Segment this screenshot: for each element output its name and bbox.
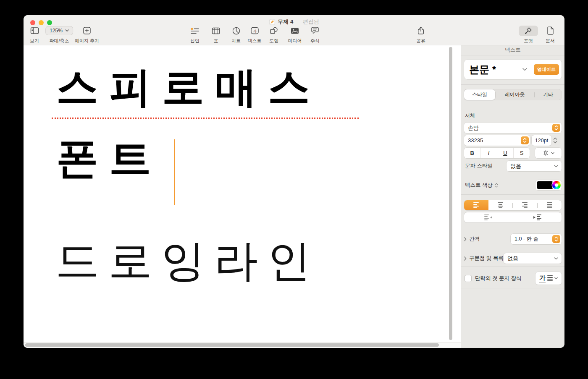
toolbar-chart-button[interactable]: 차트: [231, 26, 241, 44]
vertical-scrollbar[interactable]: [449, 47, 452, 340]
chevron-down-icon: [522, 68, 527, 71]
close-window-button[interactable]: [30, 20, 35, 25]
document-canvas[interactable]: 스피로매스 폰트 드로잉라인: [24, 45, 461, 348]
paintbrush-icon: [524, 26, 533, 35]
toolbar-media-button[interactable]: 미디어: [288, 26, 302, 44]
toolbar-text-button[interactable]: 가 텍스트: [248, 26, 262, 44]
screen-background: { "colors": { "accent_orange": "#ef9f31"…: [0, 0, 588, 379]
toolbar-media-label: 미디어: [288, 38, 302, 44]
italic-button[interactable]: I: [480, 148, 496, 158]
spellcheck-underline: [52, 118, 359, 119]
divider: [461, 84, 564, 85]
spacing-label: 간격: [469, 235, 480, 243]
stepper-up-down-icon[interactable]: [552, 235, 560, 243]
increase-indent-button[interactable]: [513, 212, 562, 222]
chevron-down-icon: [554, 257, 558, 260]
sidebar-panel-title: 텍스트: [461, 45, 564, 55]
toolbar-shape-button[interactable]: 도형: [269, 26, 278, 44]
decrease-indent-button[interactable]: [464, 212, 513, 222]
paragraph-style-selector[interactable]: 본문 * 업데이트: [464, 60, 562, 79]
stepper-up-down-icon[interactable]: [521, 136, 529, 144]
drop-cap-checkbox[interactable]: [465, 275, 471, 282]
character-style-dropdown[interactable]: 없음: [507, 161, 562, 171]
text-color-disclosure-icon[interactable]: [495, 183, 498, 188]
toolbar-insert-label: 삽입: [190, 38, 200, 44]
toolbar: 무제 4 — 편집됨 보기 125% 확대/축소 페이지 추가: [24, 15, 564, 45]
toolbar-add-page-button[interactable]: 페이지 추가: [75, 26, 99, 44]
stepper-up-down-icon[interactable]: [552, 124, 560, 132]
text-color-swatch[interactable]: [537, 181, 553, 189]
strikethrough-button[interactable]: S: [513, 148, 530, 158]
bold-button[interactable]: B: [464, 148, 480, 158]
zoom-level-dropdown[interactable]: 125%: [46, 26, 73, 35]
font-style-dropdown[interactable]: 33235: [464, 135, 530, 146]
toolbar-comment-button[interactable]: 주석: [310, 26, 320, 44]
align-right-button[interactable]: [513, 200, 537, 210]
chevron-down-icon: [551, 152, 554, 154]
toolbar-insert-button[interactable]: 삽입: [190, 26, 200, 44]
toolbar-document-button[interactable]: 문서: [546, 26, 555, 44]
bullets-dropdown[interactable]: 없음: [504, 253, 562, 264]
toolbar-view-button[interactable]: 보기: [30, 26, 39, 44]
bullets-value: 없음: [504, 255, 554, 262]
underline-button[interactable]: U: [497, 148, 513, 158]
text-color-label: 텍스트 색상: [465, 182, 493, 189]
tab-other[interactable]: 기타: [535, 89, 562, 100]
shapes-icon: [270, 26, 278, 36]
toolbar-table-button[interactable]: 표: [212, 26, 220, 44]
pages-window: 무제 4 — 편집됨 보기 125% 확대/축소 페이지 추가: [24, 15, 564, 348]
indent-right-arrow-icon: [533, 216, 536, 219]
font-trait-buttons: B I U S: [464, 148, 530, 158]
text-color-row: 텍스트 색상: [464, 180, 562, 190]
text-box-icon: 가: [250, 26, 259, 36]
font-section-label: 서체: [465, 112, 564, 119]
svg-text:가: 가: [253, 29, 257, 33]
divider: [461, 177, 564, 177]
document-text-line2[interactable]: 폰트: [56, 135, 162, 181]
color-wheel-button[interactable]: [552, 181, 561, 189]
drop-cap-label: 단락의 첫 문자 장식: [475, 275, 521, 282]
style-update-button[interactable]: 업데이트: [534, 64, 559, 75]
horizontal-scrollbar[interactable]: [25, 343, 439, 347]
tab-style[interactable]: 스타일: [464, 89, 495, 100]
pages-app-icon: [269, 19, 275, 25]
chevron-down-icon: [554, 165, 558, 167]
font-style-value: 33235: [464, 137, 521, 144]
toolbar-format-label: 포맷: [524, 38, 533, 44]
align-justify-button[interactable]: [538, 200, 562, 210]
font-family-value: 손맘: [464, 124, 552, 132]
spacing-disclosure-icon[interactable]: [464, 237, 467, 241]
format-sidebar: 텍스트 본문 * 업데이트 스타일 레이아웃 기타 서체 손맘 33235: [461, 45, 564, 348]
toolbar-document-label: 문서: [546, 38, 555, 44]
toolbar-comment-label: 주석: [310, 38, 320, 44]
drop-cap-preview-glyph: 가: [539, 274, 546, 282]
toolbar-zoom-control[interactable]: 125% 확대/축소: [46, 26, 73, 44]
toolbar-shape-label: 도형: [269, 38, 278, 44]
toolbar-table-label: 표: [214, 38, 218, 44]
toolbar-view-label: 보기: [30, 38, 39, 44]
insert-icon: [190, 26, 200, 36]
divider: [461, 267, 564, 267]
toolbar-format-button[interactable]: 포맷: [519, 26, 538, 44]
fullscreen-window-button[interactable]: [47, 20, 52, 25]
media-image-icon: [291, 26, 299, 36]
toolbar-share-button[interactable]: 공유: [416, 26, 425, 44]
minimize-window-button[interactable]: [39, 20, 44, 25]
align-left-button[interactable]: [464, 200, 488, 210]
indent-left-arrow-icon: [490, 216, 492, 219]
advanced-options-button[interactable]: [535, 148, 562, 158]
bullets-label: 구분점 및 목록: [469, 255, 504, 262]
document-text-line3[interactable]: 드로잉라인: [55, 237, 320, 285]
drop-cap-style-button[interactable]: 가: [536, 272, 562, 285]
tab-layout[interactable]: 레이아웃: [495, 89, 534, 100]
document-text-line1[interactable]: 스피로매스: [56, 64, 321, 110]
character-style-row: 문자 스타일 없음: [464, 161, 562, 171]
align-center-button[interactable]: [488, 200, 513, 210]
font-family-dropdown[interactable]: 손맘: [464, 123, 562, 133]
font-size-value: 120pt: [535, 138, 548, 144]
font-size-stepper[interactable]: [553, 137, 557, 144]
spacing-dropdown[interactable]: 1.0 - 한 줄: [511, 234, 562, 244]
font-size-field[interactable]: 120pt: [532, 135, 551, 146]
bullets-disclosure-icon[interactable]: [464, 256, 467, 261]
add-page-icon: [83, 26, 91, 36]
